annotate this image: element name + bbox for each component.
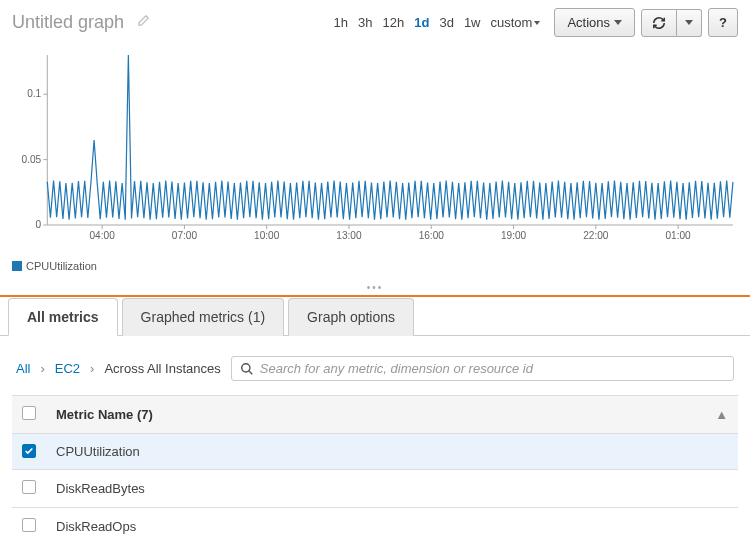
chevron-right-icon: › (40, 361, 44, 376)
metrics-table: Metric Name (7) ▲ CPUUtilizationDiskRead… (12, 395, 738, 545)
svg-line-25 (249, 370, 253, 374)
metric-name-cell: DiskReadBytes (46, 470, 738, 508)
svg-text:04:00: 04:00 (90, 230, 116, 241)
panel-resize-handle[interactable]: ••• (0, 280, 750, 295)
tab-content: All › EC2 › Across All Instances Metric … (0, 336, 750, 547)
tab-graphed-metrics[interactable]: Graphed metrics (1) (122, 298, 284, 336)
breadcrumb-all[interactable]: All (16, 361, 30, 376)
row-checkbox-cell[interactable] (12, 508, 46, 546)
caret-down-icon (534, 21, 540, 25)
checkbox[interactable] (22, 518, 36, 532)
breadcrumb-current: Across All Instances (104, 361, 220, 376)
svg-text:10:00: 10:00 (254, 230, 280, 241)
svg-text:01:00: 01:00 (665, 230, 691, 241)
chevron-right-icon: › (90, 361, 94, 376)
chart-area[interactable]: 00.050.104:0007:0010:0013:0016:0019:0022… (0, 45, 750, 256)
chart-legend: CPUUtilization (0, 256, 750, 280)
svg-point-24 (242, 363, 250, 371)
metric-name-cell: CPUUtilization (46, 434, 738, 470)
header-bar: Untitled graph 1h 3h 12h 1d 3d 1w custom… (0, 0, 750, 45)
refresh-button-group (641, 9, 702, 37)
time-range-12h[interactable]: 12h (383, 15, 405, 30)
table-row[interactable]: CPUUtilization (12, 434, 738, 470)
search-icon (240, 362, 254, 376)
time-range-selector: 1h 3h 12h 1d 3d 1w custom (334, 15, 541, 30)
svg-text:22:00: 22:00 (583, 230, 609, 241)
caret-down-icon (614, 20, 622, 25)
time-range-3d[interactable]: 3d (439, 15, 453, 30)
time-range-1w[interactable]: 1w (464, 15, 481, 30)
legend-label: CPUUtilization (26, 260, 97, 272)
search-box[interactable] (231, 356, 734, 381)
time-range-1h[interactable]: 1h (334, 15, 348, 30)
row-checkbox-cell[interactable] (12, 434, 46, 470)
metric-name-cell: DiskReadOps (46, 508, 738, 546)
time-range-1d[interactable]: 1d (414, 15, 429, 30)
svg-text:0.05: 0.05 (22, 154, 42, 165)
breadcrumb-ec2[interactable]: EC2 (55, 361, 80, 376)
svg-text:19:00: 19:00 (501, 230, 527, 241)
tab-all-metrics[interactable]: All metrics (8, 298, 118, 336)
svg-text:16:00: 16:00 (419, 230, 445, 241)
sort-asc-icon: ▲ (715, 407, 728, 422)
time-range-custom[interactable]: custom (491, 15, 541, 30)
edit-title-icon[interactable] (136, 14, 150, 31)
svg-text:0: 0 (36, 219, 42, 230)
checkbox[interactable] (22, 480, 36, 494)
svg-text:13:00: 13:00 (336, 230, 362, 241)
refresh-button[interactable] (641, 9, 677, 37)
actions-button[interactable]: Actions (554, 8, 635, 37)
checkbox[interactable] (22, 406, 36, 420)
table-row[interactable]: DiskReadBytes (12, 470, 738, 508)
legend-swatch (12, 261, 22, 271)
svg-text:07:00: 07:00 (172, 230, 198, 241)
svg-text:0.1: 0.1 (27, 88, 41, 99)
checkbox[interactable] (22, 444, 36, 458)
refresh-icon (652, 16, 666, 30)
line-chart: 00.050.104:0007:0010:0013:0016:0019:0022… (12, 45, 738, 245)
tabs-container: All metrics Graphed metrics (1) Graph op… (0, 295, 750, 547)
question-icon: ? (719, 15, 727, 30)
row-checkbox-cell[interactable] (12, 470, 46, 508)
caret-down-icon (685, 20, 693, 25)
time-range-3h[interactable]: 3h (358, 15, 372, 30)
graph-title[interactable]: Untitled graph (12, 12, 124, 33)
select-all-header[interactable] (12, 396, 46, 434)
tab-graph-options[interactable]: Graph options (288, 298, 414, 336)
breadcrumb-row: All › EC2 › Across All Instances (12, 348, 738, 395)
table-row[interactable]: DiskReadOps (12, 508, 738, 546)
column-metric-name[interactable]: Metric Name (7) ▲ (46, 396, 738, 434)
help-button[interactable]: ? (708, 8, 738, 37)
refresh-dropdown-button[interactable] (677, 9, 702, 37)
search-input[interactable] (260, 361, 725, 376)
